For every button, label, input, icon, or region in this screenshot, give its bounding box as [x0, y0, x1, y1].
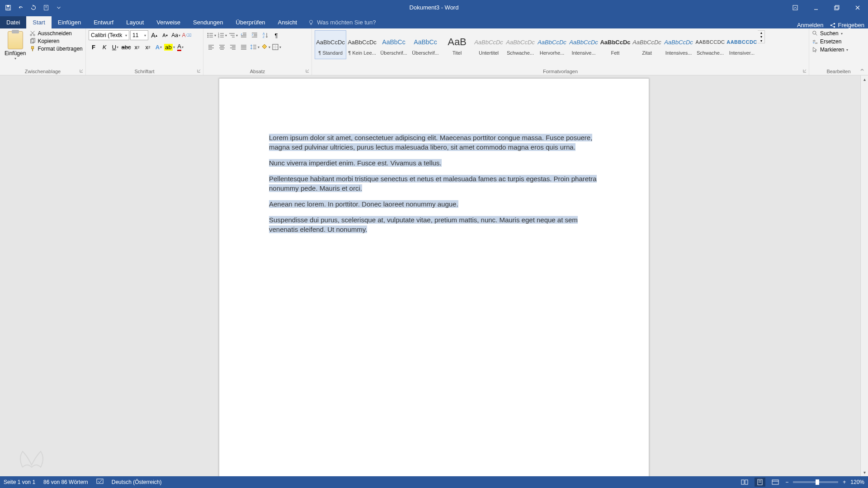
- font-size-combo[interactable]: 11▾: [130, 30, 148, 40]
- maximize-button[interactable]: [826, 0, 847, 15]
- tab-view[interactable]: Ansicht: [272, 16, 304, 28]
- clear-formatting-button[interactable]: A⌫: [182, 30, 192, 40]
- tab-file[interactable]: Datei: [0, 16, 26, 28]
- web-layout-button[interactable]: [770, 478, 781, 487]
- style-item-6[interactable]: AaBbCcDcSchwache...: [505, 30, 536, 59]
- minimize-button[interactable]: [806, 0, 826, 15]
- tell-me-search[interactable]: Was möchten Sie tun?: [303, 16, 380, 28]
- print-layout-button[interactable]: [755, 478, 765, 487]
- tab-review[interactable]: Überprüfen: [230, 16, 272, 28]
- multilevel-list-button[interactable]: ▾: [228, 30, 238, 40]
- scroll-down-button[interactable]: ▾: [861, 469, 868, 476]
- zoom-out-button[interactable]: −: [785, 479, 788, 485]
- superscript-button[interactable]: x2: [143, 42, 153, 52]
- styles-scroll-up[interactable]: ▴: [758, 31, 764, 35]
- paragraph-2[interactable]: Nunc viverra imperdiet enim. Fusce est. …: [269, 158, 599, 168]
- status-language[interactable]: Deutsch (Österreich): [112, 479, 162, 485]
- redo-button[interactable]: [28, 2, 39, 13]
- show-paragraph-marks-button[interactable]: ¶: [271, 30, 281, 40]
- font-dialog-launcher[interactable]: [196, 68, 202, 74]
- zoom-in-button[interactable]: +: [843, 479, 846, 485]
- align-right-button[interactable]: [228, 42, 238, 52]
- style-item-0[interactable]: AaBbCcDc¶ Standard: [315, 30, 346, 59]
- align-left-button[interactable]: [206, 42, 216, 52]
- scroll-up-button[interactable]: ▴: [861, 75, 868, 83]
- paragraph-3[interactable]: Pellentesque habitant morbi tristique se…: [269, 174, 599, 193]
- decrease-indent-button[interactable]: [239, 30, 249, 40]
- tab-references[interactable]: Verweise: [150, 16, 187, 28]
- text-effects-button[interactable]: A▾: [154, 42, 164, 52]
- font-color-button[interactable]: A▾: [175, 42, 185, 52]
- styles-dialog-launcher[interactable]: [802, 68, 808, 74]
- zoom-slider[interactable]: [793, 481, 838, 483]
- select-button[interactable]: Markieren▾: [812, 47, 848, 53]
- italic-button[interactable]: K: [99, 42, 109, 52]
- status-page[interactable]: Seite 1 von 1: [4, 479, 35, 485]
- style-item-11[interactable]: AaBbCcDcIntensives...: [663, 30, 694, 59]
- styles-gallery-expand[interactable]: ▴ ▾ ▾: [758, 30, 765, 43]
- signin-link[interactable]: Anmelden: [797, 22, 824, 28]
- bullets-button[interactable]: ▾: [206, 30, 216, 40]
- style-item-13[interactable]: AABBCCDCIntensiver...: [726, 30, 758, 59]
- justify-button[interactable]: [239, 42, 249, 52]
- tab-mailings[interactable]: Sendungen: [187, 16, 230, 28]
- status-spellcheck[interactable]: [96, 479, 104, 486]
- copy-button[interactable]: Kopieren: [29, 38, 82, 44]
- subscript-button[interactable]: x2: [132, 42, 142, 52]
- underline-button[interactable]: U▾: [110, 42, 120, 52]
- style-item-7[interactable]: AaBbCcDcHervorhe...: [536, 30, 568, 59]
- bold-button[interactable]: F: [89, 42, 99, 52]
- read-mode-button[interactable]: [739, 478, 750, 487]
- replace-button[interactable]: abacErsetzen: [812, 38, 848, 45]
- style-item-12[interactable]: AABBCCDCSchwache...: [694, 30, 726, 59]
- tab-design[interactable]: Entwurf: [87, 16, 120, 28]
- style-item-5[interactable]: AaBbCcDcUntertitel: [473, 30, 505, 59]
- sort-button[interactable]: AZ: [260, 30, 270, 40]
- styles-gallery[interactable]: AaBbCcDc¶ StandardAaBbCcDc¶ Kein Lee...A…: [315, 30, 758, 59]
- highlight-button[interactable]: ab▾: [165, 42, 175, 52]
- line-spacing-button[interactable]: ▾: [250, 42, 259, 52]
- tab-insert[interactable]: Einfügen: [52, 16, 87, 28]
- increase-indent-button[interactable]: [250, 30, 259, 40]
- style-item-8[interactable]: AaBbCcDcIntensive...: [568, 30, 599, 59]
- share-button[interactable]: Freigeben: [830, 22, 864, 28]
- collapse-ribbon-button[interactable]: [858, 66, 866, 74]
- numbering-button[interactable]: 123▾: [217, 30, 227, 40]
- close-button[interactable]: [847, 0, 868, 15]
- page[interactable]: Lorem ipsum dolor sit amet, consectetuer…: [219, 78, 649, 476]
- status-word-count[interactable]: 86 von 86 Wörtern: [43, 479, 88, 485]
- align-center-button[interactable]: [217, 42, 227, 52]
- find-button[interactable]: Suchen▾: [812, 30, 848, 37]
- touch-mode-button[interactable]: [41, 2, 52, 13]
- styles-expand[interactable]: ▾: [758, 39, 764, 43]
- paragraph-4[interactable]: Aenean nec lorem. In porttitor. Donec la…: [269, 199, 599, 209]
- zoom-level[interactable]: 120%: [850, 479, 864, 485]
- qat-customize[interactable]: [53, 2, 64, 13]
- vertical-scrollbar[interactable]: ▴ ▾: [860, 75, 868, 476]
- tab-layout[interactable]: Layout: [120, 16, 150, 28]
- cut-button[interactable]: Ausschneiden: [29, 30, 82, 37]
- font-name-combo[interactable]: Calibri (Textk▾: [89, 30, 129, 40]
- grow-font-button[interactable]: A▴: [149, 30, 159, 40]
- paragraph-dialog-launcher[interactable]: [304, 68, 311, 74]
- style-item-2[interactable]: AaBbCcÜberschrif...: [378, 30, 410, 59]
- borders-button[interactable]: ▾: [271, 42, 281, 52]
- save-button[interactable]: [3, 2, 14, 13]
- style-item-4[interactable]: AaBTitel: [441, 30, 473, 59]
- format-painter-button[interactable]: Format übertragen: [29, 46, 82, 52]
- style-item-9[interactable]: AaBbCcDcFett: [599, 30, 631, 59]
- styles-scroll-down[interactable]: ▾: [758, 35, 764, 39]
- ribbon-display-options[interactable]: [785, 0, 806, 15]
- paragraph-1[interactable]: Lorem ipsum dolor sit amet, consectetuer…: [269, 133, 599, 152]
- change-case-button[interactable]: Aa▾: [171, 30, 181, 40]
- paste-button[interactable]: Einfügen ▾: [3, 30, 28, 61]
- undo-button[interactable]: [15, 2, 26, 13]
- style-item-10[interactable]: AaBbCcDcZitat: [631, 30, 663, 59]
- paragraph-5[interactable]: Suspendisse dui purus, scelerisque at, v…: [269, 215, 599, 234]
- tab-home[interactable]: Start: [26, 16, 51, 28]
- clipboard-dialog-launcher[interactable]: [78, 68, 85, 74]
- style-item-1[interactable]: AaBbCcDc¶ Kein Lee...: [346, 30, 378, 59]
- shading-button[interactable]: ▾: [260, 42, 270, 52]
- strikethrough-button[interactable]: abc: [121, 42, 131, 52]
- shrink-font-button[interactable]: A▾: [160, 30, 170, 40]
